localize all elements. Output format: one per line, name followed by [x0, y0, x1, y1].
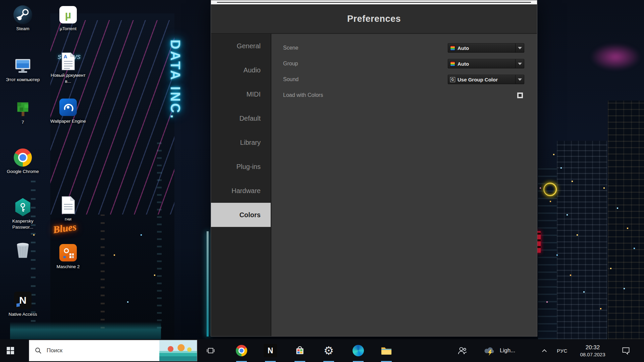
clock[interactable]: 20:32 08.07.2023 [573, 339, 613, 362]
desktop-icon-steam[interactable]: Steam [4, 5, 42, 32]
icon-label: Maschine 2 [56, 264, 79, 270]
wallpaper-engine-icon [59, 98, 77, 117]
search-input[interactable] [47, 347, 130, 354]
native-instruments-icon: N [264, 344, 277, 357]
people-button[interactable] [453, 339, 472, 362]
icon-label: Google Chrome [7, 169, 39, 175]
file-explorer-icon [380, 344, 393, 357]
desktop-icon-gni[interactable]: гни [49, 196, 87, 222]
wallpaper-building-right-2 [608, 101, 644, 339]
language-indicator[interactable]: РУС [553, 339, 572, 362]
taskbar: N ⚙ [0, 339, 644, 362]
taskbar-search[interactable] [29, 340, 197, 361]
desktop-icon-maschine-2[interactable]: Maschine 2 [49, 243, 87, 270]
desktop-icon-google-chrome[interactable]: Google Chrome [4, 148, 42, 175]
window-top-strip [211, 0, 537, 4]
clock-date: 08.07.2023 [580, 352, 605, 357]
preferences-content: Scene Auto Group Auto Sound G [271, 34, 537, 336]
tray-expand-button[interactable] [537, 339, 551, 362]
desktop-icon-wallpaper-engine[interactable]: Wallpaper Engine [49, 98, 87, 124]
tab-default[interactable]: Default [211, 106, 271, 130]
dropdown-arrow-icon [515, 44, 524, 52]
icon-label: Новый документ в... [49, 72, 87, 84]
notification-icon [622, 346, 630, 355]
task-view-button[interactable] [201, 339, 220, 362]
people-icon [457, 346, 467, 356]
icon-label: Wallpaper Engine [50, 118, 86, 124]
load-with-colors-checkbox[interactable] [517, 93, 523, 98]
wallpaper-window-strip [157, 141, 162, 328]
windows-logo-icon [7, 347, 14, 354]
taskbar-edge-button[interactable] [349, 339, 368, 362]
taskbar-chrome-button[interactable] [232, 339, 251, 362]
icon-label: гни [65, 216, 71, 222]
sound-dropdown[interactable]: G Use Group Color [448, 75, 524, 84]
preferences-titlebar[interactable]: Preferences [211, 4, 537, 34]
desktop-icon-kaspersky[interactable]: Kaspersky Passwor... [4, 198, 42, 230]
taskbar-explorer-button[interactable] [377, 339, 396, 362]
preferences-sidebar: General Audio MIDI Default Library Plug-… [211, 34, 271, 336]
tab-library[interactable]: Library [211, 130, 271, 155]
load-with-colors-label: Load with Colors [283, 92, 323, 98]
icon-label: Kaspersky Passwor... [4, 218, 42, 230]
icon-label: Этот компьютер [6, 77, 40, 83]
document-icon: A [59, 52, 77, 71]
wallpaper-neon-bar [207, 231, 209, 337]
tab-general[interactable]: General [211, 34, 271, 58]
chrome-icon [13, 148, 32, 167]
window-top-line [217, 2, 531, 3]
desktop-icon-new-document[interactable]: A Новый документ в... [49, 52, 87, 84]
native-access-icon: N [13, 291, 32, 310]
rainbow-color-icon [450, 61, 455, 66]
wallpaper-magenta-glow [590, 44, 641, 70]
dropdown-arrow-icon [515, 75, 524, 84]
search-highlight-image[interactable] [159, 340, 197, 361]
group-value: Auto [458, 61, 469, 67]
edge-icon [353, 345, 364, 356]
steam-icon [13, 5, 32, 24]
desktop-icon-this-pc[interactable]: Этот компьютер [4, 56, 42, 83]
wallpaper-boardwalk [10, 322, 161, 339]
wallpaper-neon-sign-text: DATA INC. [168, 40, 183, 120]
tab-midi[interactable]: MIDI [211, 82, 271, 106]
chevron-up-icon [542, 349, 547, 353]
maschine-icon [59, 243, 77, 262]
taskbar-weather-button[interactable]: Ligh... [482, 339, 538, 362]
task-view-icon [206, 346, 215, 355]
start-button[interactable] [0, 339, 21, 362]
tab-plug-ins[interactable]: Plug-ins [211, 155, 271, 179]
scene-dropdown[interactable]: Auto [448, 43, 524, 53]
desktop-icon-utorrent[interactable]: µ µTorrent [49, 5, 87, 32]
action-center-button[interactable] [616, 339, 635, 362]
icon-label: 7 [21, 119, 24, 125]
tree-icon [13, 99, 32, 118]
wallpaper-window-strip [101, 215, 105, 328]
preferences-title: Preferences [347, 14, 401, 24]
recycle-bin-icon [13, 241, 32, 259]
icon-label: Native Access [9, 311, 37, 317]
kaspersky-icon [13, 198, 32, 217]
group-label: Group [283, 61, 298, 67]
microsoft-store-icon [294, 345, 306, 357]
tab-colors[interactable]: Colors [211, 203, 271, 227]
wallpaper-building-right-1 [557, 141, 607, 339]
language-label: РУС [557, 348, 568, 354]
tab-audio[interactable]: Audio [211, 58, 271, 82]
group-dropdown[interactable]: Auto [448, 59, 524, 68]
desktop-icon-recycle-bin[interactable] [4, 241, 42, 259]
icon-label: µTorrent [60, 26, 76, 32]
chrome-icon [236, 345, 247, 356]
rainbow-color-icon [450, 46, 455, 51]
dropdown-arrow-icon [515, 59, 524, 68]
taskbar-native-instruments-button[interactable]: N [261, 339, 280, 362]
taskbar-settings-button[interactable]: ⚙ [319, 339, 338, 362]
clock-time: 20:32 [586, 344, 600, 351]
preferences-window: Preferences General Audio MIDI Default L… [211, 0, 537, 337]
tab-hardware[interactable]: Hardware [211, 179, 271, 203]
taskbar-store-button[interactable] [290, 339, 309, 362]
sound-label: Sound [283, 76, 299, 82]
desktop-icon-native-access[interactable]: N Native Access [4, 291, 42, 317]
desktop-icon-7[interactable]: 7 [4, 99, 42, 125]
weather-label: Ligh... [500, 347, 515, 354]
svg-text:A: A [63, 54, 67, 59]
